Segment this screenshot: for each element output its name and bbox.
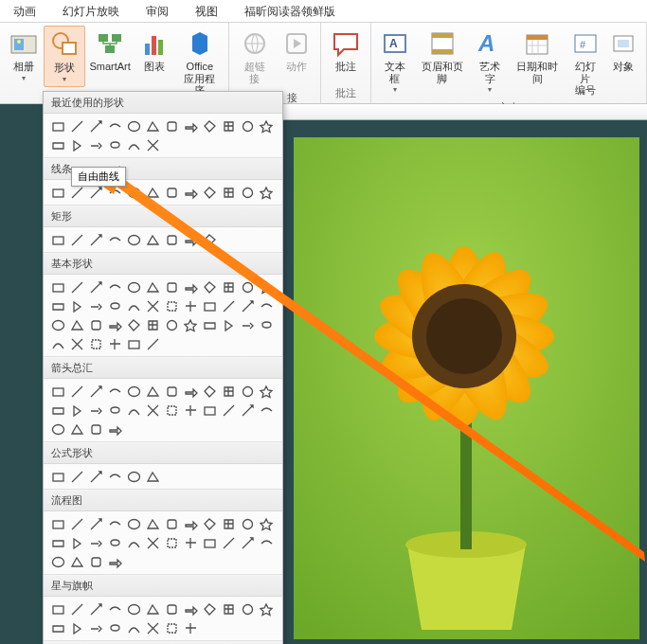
shape-option[interactable]	[87, 619, 105, 636]
shape-option[interactable]	[220, 515, 238, 532]
shape-option[interactable]	[125, 136, 143, 153]
shape-option[interactable]	[220, 184, 238, 201]
shape-option[interactable]	[87, 468, 105, 485]
shape-option[interactable]	[49, 117, 67, 134]
shape-option[interactable]	[68, 136, 86, 153]
shape-option[interactable]	[144, 136, 162, 153]
shape-option[interactable]	[258, 297, 276, 314]
shape-option[interactable]	[106, 231, 124, 248]
shape-option[interactable]	[182, 231, 200, 248]
shape-option[interactable]	[87, 117, 105, 134]
shape-option[interactable]	[182, 383, 200, 400]
shape-option[interactable]	[125, 316, 143, 333]
shape-option[interactable]	[239, 316, 257, 333]
shape-option[interactable]	[49, 231, 67, 248]
shape-option[interactable]	[144, 402, 162, 419]
shape-option[interactable]	[125, 534, 143, 551]
shape-option[interactable]	[68, 619, 86, 636]
shape-option[interactable]	[163, 297, 181, 314]
shape-option[interactable]	[182, 619, 200, 636]
slide-number-button[interactable]: # 幻灯片 编号	[566, 26, 604, 99]
shape-option[interactable]	[239, 600, 257, 617]
smartart-button[interactable]: SmartArt	[85, 26, 135, 76]
shape-option[interactable]	[258, 383, 276, 400]
shape-option[interactable]	[68, 231, 86, 248]
shape-option[interactable]	[144, 534, 162, 551]
shape-option[interactable]	[49, 278, 67, 295]
shape-option[interactable]	[87, 402, 105, 419]
shape-option[interactable]	[87, 316, 105, 333]
shape-option[interactable]	[144, 600, 162, 617]
shape-option[interactable]	[125, 297, 143, 314]
shape-option[interactable]	[163, 231, 181, 248]
shape-option[interactable]	[125, 402, 143, 419]
shape-option[interactable]	[163, 534, 181, 551]
shape-option[interactable]	[258, 184, 276, 201]
shape-option[interactable]	[201, 515, 219, 532]
shape-option[interactable]	[106, 468, 124, 485]
tab-foxit[interactable]: 福昕阅读器领鲜版	[231, 0, 349, 22]
shape-option[interactable]	[106, 619, 124, 636]
shape-option[interactable]	[182, 117, 200, 134]
shape-option[interactable]	[220, 278, 238, 295]
shape-option[interactable]	[163, 316, 181, 333]
shape-option[interactable]	[49, 335, 67, 352]
shape-option[interactable]	[106, 600, 124, 617]
action-button[interactable]: 动作	[276, 26, 317, 76]
chart-button[interactable]: 图表	[135, 26, 174, 76]
shape-option[interactable]	[201, 297, 219, 314]
shape-option[interactable]	[239, 278, 257, 295]
shape-option[interactable]	[49, 136, 67, 153]
tab-slideshow[interactable]: 幻灯片放映	[49, 0, 133, 22]
shape-option[interactable]	[106, 335, 124, 352]
shape-option[interactable]	[201, 383, 219, 400]
shape-option[interactable]	[106, 402, 124, 419]
shape-option[interactable]	[106, 117, 124, 134]
shape-option[interactable]	[87, 231, 105, 248]
shape-option[interactable]	[68, 383, 86, 400]
shape-option[interactable]	[182, 297, 200, 314]
shape-option[interactable]	[87, 515, 105, 532]
shape-option[interactable]	[144, 278, 162, 295]
shape-option[interactable]	[144, 231, 162, 248]
shape-option[interactable]	[144, 619, 162, 636]
shape-option[interactable]	[144, 297, 162, 314]
shape-option[interactable]	[125, 278, 143, 295]
shape-option[interactable]	[125, 515, 143, 532]
shape-option[interactable]	[220, 383, 238, 400]
shape-option[interactable]	[68, 316, 86, 333]
shape-option[interactable]	[258, 316, 276, 333]
shape-option[interactable]	[220, 402, 238, 419]
shape-option[interactable]	[220, 316, 238, 333]
shape-option[interactable]	[144, 383, 162, 400]
shape-option[interactable]	[239, 402, 257, 419]
shape-option[interactable]	[87, 534, 105, 551]
shape-option[interactable]	[125, 335, 143, 352]
shape-option[interactable]	[182, 402, 200, 419]
shape-option[interactable]	[49, 553, 67, 570]
shape-option[interactable]	[239, 534, 257, 551]
shape-option[interactable]	[239, 297, 257, 314]
shape-option[interactable]	[106, 278, 124, 295]
shape-option[interactable]	[125, 468, 143, 485]
shape-option[interactable]	[258, 600, 276, 617]
textbox-button[interactable]: A 文本框 ▾	[375, 26, 414, 97]
shape-option[interactable]	[125, 117, 143, 134]
shape-option[interactable]	[106, 316, 124, 333]
shape-option[interactable]	[49, 619, 67, 636]
hyperlink-button[interactable]: 超链接	[233, 26, 276, 87]
shape-option[interactable]	[201, 316, 219, 333]
shape-option[interactable]	[201, 117, 219, 134]
shape-option[interactable]	[125, 383, 143, 400]
shape-option[interactable]	[182, 600, 200, 617]
shape-option[interactable]	[49, 534, 67, 551]
shape-option[interactable]	[163, 184, 181, 201]
shape-option[interactable]	[258, 402, 276, 419]
shape-option[interactable]	[163, 619, 181, 636]
shape-option[interactable]	[258, 278, 276, 295]
shape-option[interactable]	[201, 534, 219, 551]
shape-option[interactable]	[87, 297, 105, 314]
shape-option[interactable]	[163, 278, 181, 295]
shape-option[interactable]	[144, 335, 162, 352]
shape-option[interactable]	[163, 117, 181, 134]
